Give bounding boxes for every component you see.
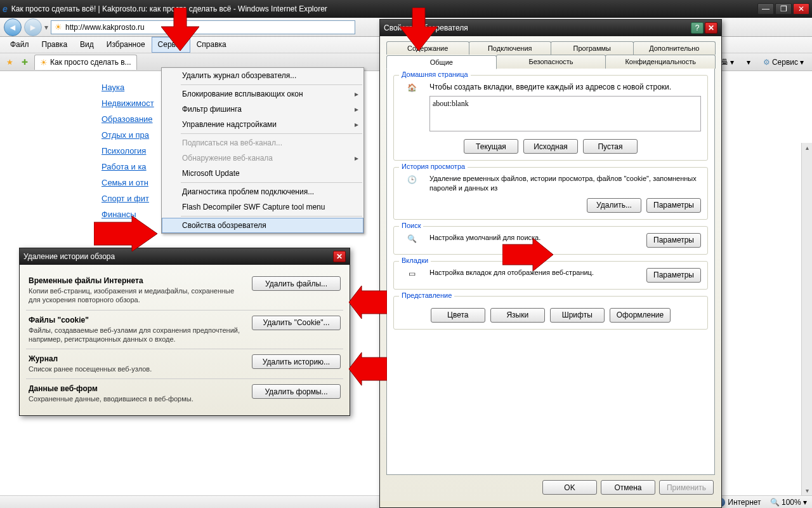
btn-history-settings[interactable]: Параметры: [646, 198, 701, 213]
btn-tabs-settings[interactable]: Параметры: [646, 268, 701, 283]
history-dropdown-icon[interactable]: ▾: [44, 23, 48, 32]
group-appearance: Представление Цвета Языки Шрифты Оформле…: [393, 296, 708, 330]
browser-tab[interactable]: ☀ Как просто сделать в...: [34, 55, 137, 70]
menu-view[interactable]: Вид: [74, 37, 100, 53]
add-favorite-icon[interactable]: ✚: [19, 57, 30, 68]
btn-search-settings[interactable]: Параметры: [646, 233, 701, 248]
menu-file[interactable]: Файл: [4, 37, 36, 53]
tab-privacy[interactable]: Конфиденциальность: [605, 55, 716, 69]
sidelink[interactable]: Психология: [102, 143, 154, 159]
btn-accessibility[interactable]: Оформление: [610, 308, 671, 323]
group-legend: Вкладки: [399, 257, 431, 264]
section-desc: Файлы, создаваемые веб-узлами для сохран…: [29, 326, 244, 344]
section-heading: Временные файлы Интернета: [29, 276, 244, 285]
delete-forms-button[interactable]: Удалить формы...: [252, 384, 341, 399]
btn-fonts[interactable]: Шрифты: [550, 308, 605, 323]
guide-arrow: [502, 238, 553, 271]
home-icon: 🏠: [400, 82, 423, 92]
btn-apply[interactable]: Применить: [659, 480, 714, 495]
group-homepage: Домашняя страница 🏠 Чтобы создать вкладк…: [393, 75, 708, 161]
sidelink[interactable]: Семья и отн: [102, 175, 154, 190]
dialog-title: Удаление истории обзора: [23, 252, 333, 261]
sidelink[interactable]: Отдых и пра: [102, 127, 154, 143]
delete-files-button[interactable]: Удалить файлы...: [252, 276, 341, 291]
group-text: Удаление временных файлов, истории просм…: [429, 174, 701, 193]
dropdown-item[interactable]: Свойства обозревателя: [162, 218, 363, 233]
tab-security[interactable]: Безопасность: [496, 55, 606, 69]
page-sidebar: Наука Недвижимост Образование Отдых и пр…: [102, 79, 154, 222]
dropdown-item[interactable]: Фильтр фишинга: [162, 102, 363, 117]
btn-ok[interactable]: OK: [542, 480, 597, 495]
section-heading: Данные веб-форм: [29, 384, 244, 393]
sidelink[interactable]: Наука: [102, 79, 154, 95]
btn-cancel[interactable]: Отмена: [601, 480, 655, 495]
group-history: История просмотра 🕒 Удаление временных ф…: [393, 167, 708, 220]
btn-languages[interactable]: Языки: [490, 308, 545, 323]
section-desc: Сохраненные данные, вводившиеся в веб-фо…: [29, 394, 244, 403]
page-scrollbar[interactable]: [801, 143, 812, 495]
tab-general[interactable]: Общие: [386, 55, 497, 69]
forward-button[interactable]: ►: [24, 18, 42, 36]
svg-marker-1: [400, 8, 438, 51]
tabs-icon: ▭: [400, 268, 423, 278]
dropdown-item[interactable]: Microsoft Update: [162, 166, 363, 181]
group-legend: История просмотра: [399, 163, 468, 170]
btn-delete-history[interactable]: Удалить...: [587, 198, 641, 213]
zoom-level[interactable]: 🔍 100% ▾: [770, 498, 807, 507]
dropdown-item[interactable]: Flash Decompiler SWF Capture tool menu: [162, 199, 363, 215]
page-button[interactable]: ▾: [742, 56, 755, 69]
section-desc: Копии веб-страниц, изображения и медиафа…: [29, 286, 244, 305]
close-button[interactable]: ✕: [793, 3, 809, 15]
guide-arrow: [161, 8, 199, 51]
site-favicon: ☀: [54, 22, 63, 32]
dropdown-item[interactable]: Диагностика проблем подключения...: [162, 184, 363, 199]
favorites-star-icon[interactable]: ★: [4, 57, 15, 68]
tab-programs[interactable]: Программы: [551, 41, 634, 55]
guide-arrow: [400, 8, 438, 51]
svg-marker-5: [502, 238, 553, 271]
address-url: http://www.kakprosto.ru: [65, 23, 145, 32]
dropdown-item: Подписаться на веб-канал...: [162, 135, 363, 150]
dropdown-item: Обнаружение веб-канала: [162, 150, 363, 166]
history-icon: 🕒: [400, 174, 423, 184]
gear-icon: ⚙: [763, 58, 770, 67]
section-desc: Список ранее посещенных веб-узлов.: [29, 364, 244, 373]
sidelink[interactable]: Спорт и фит: [102, 190, 154, 206]
sidelink[interactable]: Недвижимост: [102, 95, 154, 111]
menu-edit[interactable]: Правка: [36, 37, 74, 53]
svg-marker-0: [161, 8, 199, 51]
sidelink[interactable]: Работа и ка: [102, 159, 154, 175]
tools-button[interactable]: ⚙Сервис ▾: [759, 56, 808, 69]
svg-marker-3: [349, 286, 387, 319]
btn-colors[interactable]: Цвета: [431, 308, 485, 323]
dropdown-item[interactable]: Блокирование всплывающих окон: [162, 86, 363, 102]
tab-favicon: ☀: [40, 58, 48, 67]
menu-favorites[interactable]: Избранное: [100, 37, 152, 53]
minimize-button[interactable]: —: [757, 3, 774, 15]
back-button[interactable]: ◄: [4, 18, 22, 36]
dialog-help-button[interactable]: ?: [691, 22, 704, 34]
group-legend: Поиск: [399, 222, 423, 229]
homepage-textarea[interactable]: [429, 96, 701, 131]
window-title: Как просто сделать всё! | Kakprosto.ru: …: [11, 4, 757, 13]
btn-current[interactable]: Текущая: [464, 139, 518, 154]
sidelink[interactable]: Образование: [102, 111, 154, 127]
tab-advanced[interactable]: Дополнительно: [633, 41, 716, 55]
tabs-row-2: Общие Безопасность Конфиденциальность: [380, 55, 721, 69]
btn-default[interactable]: Исходная: [523, 139, 578, 154]
service-dropdown: Удалить журнал обозревателя...Блокирован…: [161, 67, 364, 234]
ie-icon: e: [3, 4, 8, 14]
dialog-close-button[interactable]: ✕: [333, 251, 346, 262]
btn-blank[interactable]: Пустая: [583, 139, 638, 154]
dropdown-item[interactable]: Управление надстройками: [162, 117, 363, 132]
delete-cookies-button[interactable]: Удалить "Cookie"...: [252, 316, 341, 330]
group-legend: Домашняя страница: [399, 70, 471, 78]
address-bar[interactable]: ☀ http://www.kakprosto.ru: [51, 20, 355, 34]
svg-marker-4: [349, 352, 387, 385]
dialog-close-button[interactable]: ✕: [705, 22, 717, 34]
delete-history-button[interactable]: Удалить историю...: [252, 354, 341, 369]
tab-connections[interactable]: Подключения: [469, 41, 552, 55]
tab-label: Как просто сделать в...: [50, 58, 131, 67]
maximize-button[interactable]: ❐: [775, 3, 792, 15]
dropdown-item[interactable]: Удалить журнал обозревателя...: [162, 68, 363, 83]
